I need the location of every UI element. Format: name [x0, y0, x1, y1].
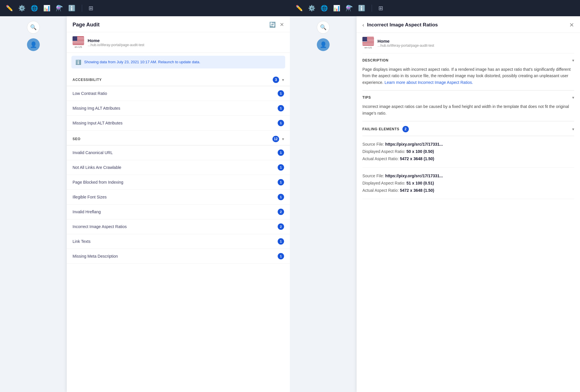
- user-avatar[interactable]: 👤: [27, 38, 40, 51]
- detail-page-url: ...hub.io/liferay-portal/page-audit-test: [377, 44, 434, 48]
- description-link[interactable]: Learn more about Incorrect Image Aspect …: [384, 80, 473, 85]
- accessibility-badge: 3: [273, 77, 279, 83]
- failing-item-2-displayed: Displayed Aspect Ratio: 51 x 100 (0.51): [362, 180, 574, 187]
- flask-icon[interactable]: ⚗️: [56, 5, 63, 12]
- close-audit-icon[interactable]: ✕: [280, 21, 284, 28]
- illegible-font-sizes-item[interactable]: Illegible Font Sizes 1: [67, 190, 290, 205]
- right-user-avatar[interactable]: 👤: [317, 38, 330, 51]
- failing-item-2: Source File: https://pixy.org/src/17/173…: [362, 168, 574, 199]
- right-pencil-icon[interactable]: ✏️: [296, 5, 303, 12]
- missing-meta-description-item[interactable]: Missing Meta Description 1: [67, 249, 290, 264]
- low-contrast-ratio-item[interactable]: Low Contrast Ratio 1: [67, 86, 290, 101]
- failing-item-1-actual: Actual Aspect Ratio: 5472 x 3648 (1.50): [362, 155, 574, 162]
- audit-header: Page Audit 🔄 ✕: [67, 16, 290, 32]
- left-content-area: 🔍 👤 Page Audit 🔄 ✕: [0, 16, 290, 392]
- right-toolbar-divider: [372, 5, 372, 12]
- invalid-hreflang-item[interactable]: Invalid Hreflang 2: [67, 205, 290, 219]
- search-icon: 🔍: [30, 24, 37, 30]
- svg-rect-5: [73, 42, 84, 43]
- failing-item-2-actual-value: 5472 x 3648 (1.50): [400, 188, 434, 193]
- tips-text: Incorrect image aspect ratios can be cau…: [362, 104, 569, 115]
- failing-item-2-url: https://pixy.org/src/17/17331...: [385, 174, 443, 178]
- page-blocked-indexing-item[interactable]: Page Blocked from Indexing 1: [67, 175, 290, 190]
- left-toolbar: ✏️ ⚙️ 🌐 📊 ⚗️ ℹ️ ⊞: [0, 0, 290, 16]
- link-texts-label: Link Texts: [73, 239, 91, 244]
- failing-elements-title: FAILING ELEMENTS: [362, 127, 400, 131]
- not-all-links-crawlable-item[interactable]: Not All Links Are Crawlable 1: [67, 160, 290, 175]
- page-info-text: Home ...hub.io/liferay-portal/page-audit…: [88, 38, 144, 47]
- svg-rect-7: [73, 36, 77, 41]
- missing-input-alt-badge: 1: [278, 120, 284, 126]
- invalid-canonical-url-item[interactable]: Invalid Canonical URL 1: [67, 145, 290, 160]
- svg-rect-15: [362, 37, 367, 41]
- detail-header-left: ‹ Incorrect Image Aspect Ratios: [362, 22, 438, 28]
- locale-label: en-US: [75, 46, 82, 48]
- globe-icon[interactable]: 🌐: [31, 5, 38, 12]
- right-gear-icon[interactable]: ⚙️: [308, 5, 315, 12]
- invalid-canonical-url-label: Invalid Canonical URL: [73, 150, 113, 155]
- refresh-icon[interactable]: 🔄: [269, 21, 276, 28]
- right-search-button[interactable]: 🔍: [317, 21, 330, 34]
- right-grid-icon[interactable]: ⊞: [378, 5, 383, 12]
- detail-body: en-US Home ...hub.io/liferay-portal/page…: [357, 33, 580, 392]
- locale-container: en-US: [73, 36, 84, 48]
- flag-icon: [73, 36, 84, 45]
- close-detail-icon[interactable]: ✕: [569, 21, 574, 28]
- grid-icon[interactable]: ⊞: [88, 5, 93, 12]
- info-icon[interactable]: ℹ️: [68, 5, 75, 12]
- accessibility-chevron-icon: ▾: [282, 77, 284, 82]
- right-panel: ✏️ ⚙️ 🌐 📊 ⚗️ ℹ️ ⊞ 🔍 👤 ‹ Incorrect Image …: [290, 0, 580, 392]
- invalid-hreflang-badge: 2: [278, 209, 284, 215]
- detail-header: ‹ Incorrect Image Aspect Ratios ✕: [357, 16, 580, 33]
- missing-input-alt-label: Missing Input ALT Attributes: [73, 121, 122, 125]
- description-section-header[interactable]: DESCRIPTION ▾: [362, 58, 574, 66]
- audit-header-icons: 🔄 ✕: [269, 21, 284, 28]
- failing-header-left: FAILING ELEMENTS 2: [362, 126, 409, 132]
- missing-img-alt-label: Missing Img ALT Attributes: [73, 106, 120, 111]
- accessibility-section-header[interactable]: ACCESSIBILITY 3 ▾: [67, 71, 290, 86]
- right-flask-icon[interactable]: ⚗️: [346, 5, 353, 12]
- description-chevron-icon: ▾: [572, 58, 574, 63]
- back-button[interactable]: ‹: [362, 22, 364, 28]
- right-content-area: 🔍 👤 ‹ Incorrect Image Aspect Ratios ✕: [290, 16, 580, 392]
- svg-rect-13: [362, 43, 374, 44]
- right-search-icon: 🔍: [320, 24, 326, 30]
- link-texts-item[interactable]: Link Texts 1: [67, 234, 290, 249]
- notice-info-icon: ℹ️: [75, 59, 81, 65]
- failing-item-2-actual: Actual Aspect Ratio: 5472 x 3648 (1.50): [362, 187, 574, 194]
- failing-item-2-displayed-value: 51 x 100 (0.51): [406, 181, 434, 185]
- failing-elements-header[interactable]: FAILING ELEMENTS 2 ▾: [362, 121, 574, 136]
- chart-icon[interactable]: 📊: [43, 5, 50, 12]
- search-button[interactable]: 🔍: [27, 21, 40, 34]
- seo-section-right: 12 ▾: [272, 136, 284, 142]
- tips-section-header[interactable]: TIPS ▾: [362, 95, 574, 103]
- page-blocked-indexing-label: Page Blocked from Indexing: [73, 180, 123, 185]
- accessibility-title: ACCESSIBILITY: [73, 78, 102, 82]
- illegible-font-sizes-label: Illegible Font Sizes: [73, 195, 107, 199]
- pencil-icon[interactable]: ✏️: [6, 5, 13, 12]
- tips-section: TIPS ▾ Incorrect image aspect ratios can…: [362, 91, 574, 121]
- failing-item-1-source: Source File: https://pixy.org/src/17/173…: [362, 141, 574, 148]
- missing-img-alt-item[interactable]: Missing Img ALT Attributes 1: [67, 101, 290, 116]
- failing-elements-badge: 2: [402, 126, 409, 132]
- failing-item-1-displayed: Displayed Aspect Ratio: 50 x 100 (0.50): [362, 148, 574, 155]
- right-chart-icon[interactable]: 📊: [333, 5, 340, 12]
- right-info-icon[interactable]: ℹ️: [358, 5, 365, 12]
- invalid-hreflang-label: Invalid Hreflang: [73, 209, 101, 214]
- tips-section-title: TIPS: [362, 95, 371, 100]
- incorrect-image-aspect-ratios-item[interactable]: Incorrect Image Aspect Ratios 2: [67, 219, 290, 234]
- data-notice: ℹ️ Showing data from July 23, 2021 10:17…: [71, 56, 285, 68]
- seo-chevron-icon: ▾: [282, 137, 284, 141]
- svg-rect-14: [362, 44, 374, 45]
- missing-input-alt-item[interactable]: Missing Input ALT Attributes 1: [67, 116, 290, 131]
- gear-icon[interactable]: ⚙️: [18, 5, 26, 12]
- right-globe-icon[interactable]: 🌐: [321, 5, 328, 12]
- detail-locale-label: en-US: [364, 46, 372, 49]
- page-name: Home: [88, 38, 144, 43]
- notice-text: Showing data from July 23, 2021 10:17 AM…: [84, 59, 200, 65]
- seo-section-header[interactable]: SEO 12 ▾: [67, 131, 290, 145]
- left-panel: ✏️ ⚙️ 🌐 📊 ⚗️ ℹ️ ⊞ 🔍 👤 Page Audit 🔄 ✕: [0, 0, 290, 392]
- failing-item-2-source: Source File: https://pixy.org/src/17/173…: [362, 172, 574, 180]
- svg-rect-6: [73, 44, 84, 44]
- invalid-canonical-url-badge: 1: [278, 149, 284, 156]
